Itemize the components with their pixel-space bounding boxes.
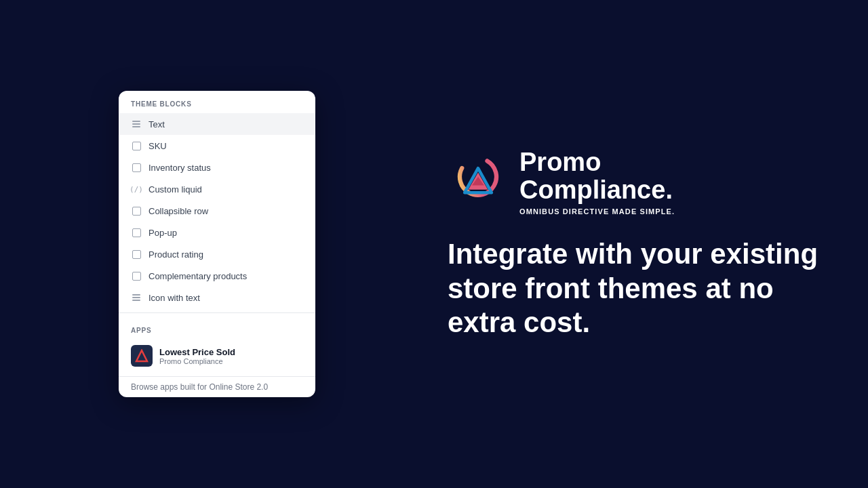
block-item-text[interactable]: Text (119, 113, 315, 135)
lines-icon (131, 119, 142, 129)
square-icon-complementary (131, 270, 142, 281)
logo-area: Promo Compliance. OMNIBUS DIRECTIVE MADE… (448, 148, 675, 216)
square-icon-inventory (131, 162, 142, 173)
logo-title: Promo Compliance. (519, 148, 675, 205)
svg-marker-0 (136, 350, 147, 361)
square-icon-sku (131, 140, 142, 151)
square-icon-popup (131, 227, 142, 238)
liquid-icon: (/) (131, 184, 142, 195)
brand-logo-icon (448, 151, 509, 212)
block-label-icon-text: Icon with text (149, 293, 200, 303)
right-panel: Promo Compliance. OMNIBUS DIRECTIVE MADE… (434, 0, 868, 488)
block-item-inventory-status[interactable]: Inventory status (119, 157, 315, 178)
app-sub: Promo Compliance (159, 357, 235, 365)
theme-card: THEME BLOCKS Text SKU Inventory status (… (119, 91, 315, 397)
app-item-lowest-price[interactable]: Lowest Price Sold Promo Compliance (119, 340, 315, 372)
block-item-popup[interactable]: Pop-up (119, 222, 315, 243)
block-label-inventory: Inventory status (149, 163, 211, 173)
square-icon-collapsible (131, 205, 142, 216)
block-item-custom-liquid[interactable]: (/) Custom liquid (119, 178, 315, 200)
block-label-collapsible: Collapsible row (149, 206, 208, 216)
block-item-collapsible-row[interactable]: Collapsible row (119, 200, 315, 222)
block-label-rating: Product rating (149, 249, 203, 260)
theme-blocks-header: THEME BLOCKS (119, 91, 315, 113)
app-icon-promo (131, 345, 153, 367)
block-label-liquid: Custom liquid (149, 184, 202, 195)
headline: Integrate with your existing store front… (448, 237, 827, 340)
logo-text: Promo Compliance. OMNIBUS DIRECTIVE MADE… (519, 148, 675, 216)
left-panel: THEME BLOCKS Text SKU Inventory status (… (0, 0, 434, 488)
block-item-product-rating[interactable]: Product rating (119, 243, 315, 265)
apps-header: APPS (119, 317, 315, 340)
apps-section: APPS Lowest Price Sold Promo Compliance (119, 317, 315, 376)
block-item-complementary[interactable]: Complementary products (119, 265, 315, 287)
block-label-popup: Pop-up (149, 228, 177, 238)
block-item-icon-with-text[interactable]: Icon with text (119, 287, 315, 308)
block-label-text: Text (149, 119, 165, 129)
block-label-complementary: Complementary products (149, 271, 247, 281)
block-label-sku: SKU (149, 141, 167, 151)
square-icon-rating (131, 249, 142, 260)
browse-link[interactable]: Browse apps built for Online Store 2.0 (119, 376, 315, 397)
lines-icon-2 (131, 292, 142, 303)
block-item-sku[interactable]: SKU (119, 135, 315, 157)
app-name: Lowest Price Sold (159, 347, 235, 357)
app-info: Lowest Price Sold Promo Compliance (159, 347, 235, 365)
logo-subtitle: OMNIBUS DIRECTIVE MADE SIMPLE. (519, 207, 675, 216)
divider (119, 312, 315, 313)
